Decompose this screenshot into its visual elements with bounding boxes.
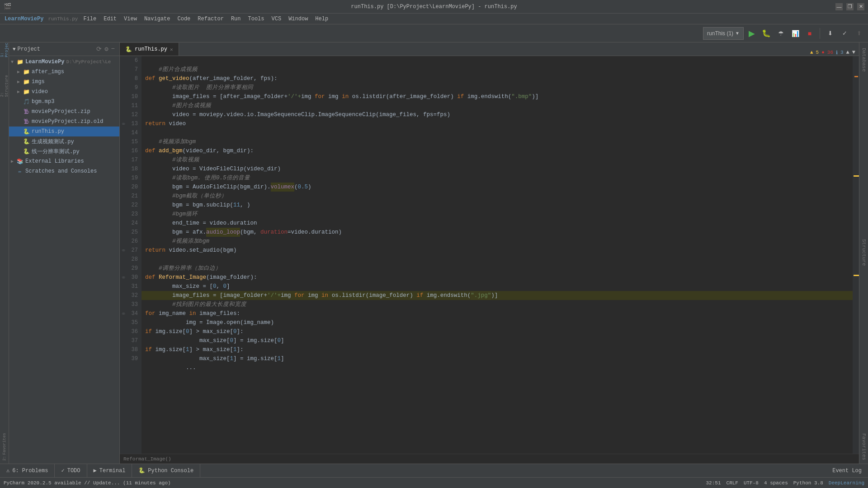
tree-shengcheng-py[interactable]: ▶ 🐍 生成视频测试.py <box>9 136 119 146</box>
pycharm-version-status[interactable]: PyCharm 2020.2.5 available // Update... … <box>4 480 171 486</box>
structure-icon[interactable]: 2: Structure <box>0 81 9 90</box>
kw-if-10: if <box>457 92 464 101</box>
num-0c: 0 <box>186 327 189 336</box>
git-update-button[interactable]: ⬇ <box>824 27 836 40</box>
error-count: 36 <box>827 50 833 55</box>
git-push-button: ⬆ <box>853 27 865 40</box>
menu-refactor[interactable]: Refactor <box>194 14 227 24</box>
scroll-warning-marker-2 <box>854 275 859 276</box>
maximize-button[interactable]: ❐ <box>846 3 854 10</box>
comment-21: #bgm截取（单位秒） <box>145 192 227 201</box>
menu-file[interactable]: File <box>80 14 100 24</box>
project-toggle-icon[interactable]: 1: Project <box>0 44 9 53</box>
scratches-icon: ✏ <box>16 168 24 175</box>
video-folder-icon: 📁 <box>23 88 30 95</box>
code-line-36: if img.size[0] > max_size[0]: <box>142 327 853 336</box>
hide-panel-icon[interactable]: − <box>110 44 116 54</box>
kw-for-34: for <box>145 309 156 318</box>
kw-for-32: for <box>294 291 305 300</box>
kw-def-30: def <box>145 273 159 282</box>
tab-runthis-icon: 🐍 <box>125 46 132 53</box>
debug-button[interactable]: 🐛 <box>760 27 773 40</box>
database-sidebar-label[interactable]: Database <box>860 44 868 75</box>
settings-icon[interactable]: ⚙ <box>104 44 109 54</box>
run-with-coverage-button[interactable]: ☂ <box>774 27 787 40</box>
tree-bgm-mp3[interactable]: ▶ 🎵 bgm.mp3 <box>9 97 119 107</box>
terminal-tab[interactable]: ▶ Terminal <box>87 464 132 477</box>
todo-tab[interactable]: ✓ TODO <box>55 464 87 477</box>
line-num-15: 15 <box>122 137 138 146</box>
stop-button[interactable]: ■ <box>803 27 816 40</box>
menu-vcs[interactable]: VCS <box>268 14 285 24</box>
tree-scratches[interactable]: ▶ ✏ Scratches and Consoles <box>9 166 119 176</box>
sync-icon[interactable]: ⟳ <box>95 44 103 54</box>
code-line-37: max_size[0] = img.size[0] <box>142 336 853 345</box>
code-line-21: #bgm截取（单位秒） <box>142 192 853 201</box>
run-button[interactable]: ▶ <box>745 27 758 40</box>
warning-count: 5 <box>816 50 819 55</box>
todo-icon[interactable]: 2: <box>0 454 9 463</box>
tree-zip-old[interactable]: ▶ 🗜 moviePyProject.zip.old <box>9 117 119 127</box>
line-num-29: 29 <box>122 264 138 273</box>
line-num-31: 31 <box>122 282 138 291</box>
tree-xieyifenbi-py[interactable]: ▶ 🐍 线一分辨率测试.py <box>9 146 119 156</box>
run-config-button[interactable]: runThis (1) ▼ <box>703 27 744 40</box>
encoding-status[interactable]: UTF-8 <box>744 480 759 486</box>
tab-runthis-py[interactable]: 🐍 runThis.py ✕ <box>120 43 179 56</box>
problems-tab[interactable]: ⚠ 6: Problems <box>0 464 55 477</box>
zip-label: moviePyProject.zip <box>32 108 90 115</box>
tree-video[interactable]: ▶ 📁 video <box>9 87 119 97</box>
indent-status[interactable]: 4 spaces <box>764 480 788 486</box>
tree-root[interactable]: ▼ 📁 LearnMoviePy D:\PyProject\Le <box>9 57 119 67</box>
tree-zip[interactable]: ▶ 🗜 moviePyProject.zip <box>9 107 119 117</box>
git-commit-button[interactable]: ✓ <box>838 27 851 40</box>
favorites-icon[interactable]: Favorites <box>0 439 9 448</box>
tree-imgs[interactable]: ▶ 📁 imgs <box>9 77 119 87</box>
hl-audio-loop: audio_loop <box>206 228 240 237</box>
close-button[interactable]: ✕ <box>857 3 864 10</box>
code-16-rest: (video_dir, bgm_dir): <box>183 146 254 155</box>
comment-29: #调整分辨率（加白边） <box>145 264 221 273</box>
menu-code[interactable]: Code <box>174 14 194 24</box>
menu-tools[interactable]: Tools <box>245 14 268 24</box>
menu-navigate[interactable]: Navigate <box>141 14 174 24</box>
imgs-folder-icon: 📁 <box>23 78 30 85</box>
framework-status[interactable]: DeepLearning <box>829 480 864 486</box>
editor-area: 🐍 runThis.py ✕ ▲ 5 ● 36 ℹ 3 ▲ ▼ 6 7 8 <box>120 42 859 464</box>
tab-runthis-label: runThis.py <box>135 46 167 52</box>
minimize-button[interactable]: — <box>835 3 843 10</box>
scroll-up-icon[interactable]: ▲ <box>846 49 849 56</box>
menu-run[interactable]: Run <box>227 14 245 24</box>
favorites-sidebar-label[interactable]: Favorites <box>860 430 868 464</box>
line-num-37: 37 <box>122 336 138 345</box>
python-console-tab[interactable]: 🐍 Python Console <box>132 464 200 477</box>
menu-view[interactable]: View <box>120 14 141 24</box>
terminal-icon: ▶ <box>94 467 97 474</box>
scroll-down-icon[interactable]: ▼ <box>852 49 855 56</box>
structure-sidebar-label[interactable]: Structure <box>860 235 868 269</box>
code-area[interactable]: #图片合成视频 def get_video(after_image_folder… <box>142 56 853 454</box>
code-line-9: #读取图片 图片分辨率要相同 <box>142 83 853 92</box>
profile-button[interactable]: 📊 <box>789 27 802 40</box>
menu-help[interactable]: Help <box>311 14 332 24</box>
event-log-tab[interactable]: Event Log <box>826 466 868 476</box>
video-arrow: ▶ <box>17 89 23 94</box>
python-version-status[interactable]: Python 3.8 <box>793 480 823 486</box>
tab-close-icon[interactable]: ✕ <box>170 47 173 52</box>
xieyifenbi-py-label: 线一分辨率测试.py <box>32 148 80 155</box>
line-num-33: 33 <box>122 300 138 309</box>
line-ending-status[interactable]: CRLF <box>726 480 738 486</box>
ext-lib-label: External Libraries <box>25 158 84 164</box>
num-05: 0.5 <box>298 183 308 192</box>
editor-scrollbar[interactable] <box>853 56 859 454</box>
menu-edit[interactable]: Edit <box>100 14 120 24</box>
tree-after-imgs[interactable]: ▶ 📁 after_imgs <box>9 67 119 77</box>
menu-window[interactable]: Window <box>285 14 311 24</box>
python-console-icon: 🐍 <box>138 467 145 474</box>
tree-runthis-py[interactable]: ▶ 🐍 runThis.py <box>9 127 119 136</box>
bgm-mp3-label: bgm.mp3 <box>32 99 54 105</box>
code-line-19: #读取bgm. 使用0.5倍的音量 <box>142 174 853 183</box>
tree-external-libraries[interactable]: ▶ 📚 External Libraries <box>9 156 119 166</box>
cursor-position-status[interactable]: 32:51 <box>706 480 721 486</box>
run-config-label: runThis (1) <box>707 30 733 37</box>
